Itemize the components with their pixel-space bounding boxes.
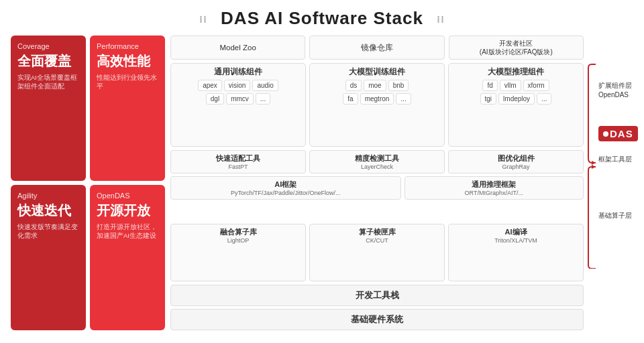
performance-subtitle: Performance	[97, 42, 158, 50]
top-bar: Model Zoo 镜像仓库 开发者社区(AI版块讨论区/FAQ版块)	[170, 36, 584, 60]
card-row-top: Coverage 全面覆盖 实现AI全场景覆盖框架组件全面适配 Performa…	[11, 36, 165, 181]
top-bar-community: 开发者社区(AI版块讨论区/FAQ版块)	[449, 36, 584, 60]
tag-ds: ds	[345, 80, 362, 91]
comp-group-large-train: 大模型训练组件 ds moe bnb fa megtron ...	[309, 63, 445, 147]
comp-tags-row2-large-infer: tgi lmdeploy ...	[453, 93, 579, 105]
top-bar-mirror: 镜像仓库	[309, 36, 444, 60]
framework-row1: 快速适配工具 FastPT 精度检测工具 LayerCheck 图优化组件 Gr…	[170, 150, 584, 174]
bottom-bar-devtools: 开发工具栈	[170, 285, 584, 306]
tag-dots2: ...	[396, 93, 411, 105]
labels-column: 扩展组件层 OpenDAS 框架工具层 基础算子层 DAS	[586, 36, 633, 330]
tag-tgi: tgi	[480, 93, 497, 105]
framework-fastpt: 快速适配工具 FastPT	[170, 150, 306, 174]
tag-megtron: megtron	[360, 93, 394, 105]
tag-mmcv: mmcv	[226, 93, 254, 105]
coverage-desc: 实现AI全场景覆盖框架组件全面适配	[17, 73, 79, 91]
card-opendas: OpenDAS 开源开放 打造开源开放社区，加速国产AI生态建设	[90, 185, 165, 330]
card-agility: Agility 快速迭代 快速发版节奏满足变化需求	[11, 185, 86, 330]
tag-apex: apex	[198, 80, 222, 91]
compute-ckcut: 算子棱匣库 CK/CUT	[309, 224, 445, 281]
card-performance: Performance 高效性能 性能达到行业领先水平	[90, 36, 165, 181]
framework-layer: 快速适配工具 FastPT 精度检测工具 LayerCheck 图优化组件 Gr…	[170, 150, 584, 220]
agility-desc: 快速发版节奏满足变化需求	[17, 222, 79, 241]
tag-moe: moe	[364, 80, 386, 91]
svg-marker-1	[592, 165, 596, 169]
framework-row2: AI框架 PyTorch/TF/Jax/Paddle/Jittor/OneFlo…	[170, 176, 584, 200]
framework-layercheck: 精度检测工具 LayerCheck	[309, 150, 445, 174]
tag-vllm: vllm	[500, 80, 521, 91]
main-layout: Coverage 全面覆盖 实现AI全场景覆盖框架组件全面适配 Performa…	[11, 36, 633, 330]
tag-fa: fa	[343, 93, 358, 105]
opendas-title-zh: 开源开放	[97, 202, 158, 218]
tag-lmdeploy: lmdeploy	[498, 93, 535, 105]
left-cards: Coverage 全面覆盖 实现AI全场景覆盖框架组件全面适配 Performa…	[11, 36, 165, 330]
label-compute-layer: 基础算子层	[598, 211, 632, 220]
bottom-bar-hardware: 基础硬件系统	[170, 309, 584, 330]
right-area: Model Zoo 镜像仓库 开发者社区(AI版块讨论区/FAQ版块) 通用训练…	[170, 36, 633, 330]
performance-title-zh: 高效性能	[97, 53, 158, 69]
performance-desc: 性能达到行业领先水平	[97, 73, 158, 91]
bottom-bars: 开发工具栈 基础硬件系统	[170, 285, 584, 330]
tag-xform: xform	[523, 80, 549, 91]
title-dots-left: ⁞⁞	[199, 14, 207, 25]
components-layer: 通用训练组件 apex vision audio dgl mmcv ...	[170, 63, 584, 147]
framework-ai: AI框架 PyTorch/TF/Jax/Paddle/Jittor/OneFlo…	[170, 176, 401, 200]
card-row-bottom: Agility 快速迭代 快速发版节奏满足变化需求 OpenDAS 开源开放 打…	[11, 185, 165, 330]
comp-tags-row2-general: dgl mmcv ...	[175, 93, 301, 105]
tag-bnb: bnb	[388, 80, 409, 91]
stack-content: Model Zoo 镜像仓库 开发者社区(AI版块讨论区/FAQ版块) 通用训练…	[170, 36, 584, 330]
svg-marker-0	[592, 161, 596, 165]
opendas-desc: 打造开源开放社区，加速国产AI生态建设	[97, 222, 158, 241]
compute-layer: 融合算子库 LightOP 算子棱匣库 CK/CUT AI编译 Triton/X…	[170, 224, 584, 281]
comp-tags-row2-large-train: fa megtron ...	[314, 93, 440, 105]
compute-ai-compile: AI编译 Triton/XLA/TVM	[448, 224, 584, 281]
agility-title-zh: 快速迭代	[17, 202, 79, 218]
tag-dgl: dgl	[206, 93, 224, 105]
page: ⁞⁞ DAS AI Software Stack ⁞⁞ Coverage 全面覆…	[0, 0, 644, 343]
coverage-subtitle: Coverage	[17, 42, 79, 50]
comp-tags-row1-large-train: ds moe bnb	[314, 80, 440, 91]
label-components-layer: 扩展组件层 OpenDAS	[598, 81, 632, 100]
agility-subtitle: Agility	[17, 192, 79, 200]
comp-tags-row1-general: apex vision audio	[175, 80, 301, 91]
compute-lightop: 融合算子库 LightOP	[170, 224, 306, 281]
page-title: ⁞⁞ DAS AI Software Stack ⁞⁞	[11, 8, 633, 29]
label-framework-layer: 框架工具层	[598, 155, 632, 164]
tag-dots1: ...	[256, 93, 270, 105]
tag-audio: audio	[252, 80, 278, 91]
title-dots-right: ⁞⁞	[437, 14, 445, 25]
framework-graphray: 图优化组件 GraphRay	[448, 150, 584, 174]
das-logo: DAS	[598, 126, 638, 141]
tag-dots3: ...	[537, 93, 551, 105]
das-logo-text: DAS	[610, 128, 633, 139]
comp-group-large-infer: 大模型推理组件 fd vllm xform tgi lmdeploy ...	[448, 63, 584, 147]
comp-group-general-train: 通用训练组件 apex vision audio dgl mmcv ...	[170, 63, 306, 147]
comp-tags-row1-large-infer: fd vllm xform	[453, 80, 579, 91]
opendas-subtitle: OpenDAS	[97, 192, 158, 200]
coverage-title-zh: 全面覆盖	[17, 53, 79, 69]
top-bar-model-zoo: Model Zoo	[170, 36, 305, 60]
tag-vision: vision	[224, 80, 251, 91]
framework-infer: 通用推理框架 ORT/MIGraphx/AIT/...	[405, 176, 584, 200]
das-logo-dot	[603, 131, 608, 137]
card-coverage: Coverage 全面覆盖 实现AI全场景覆盖框架组件全面适配	[11, 36, 86, 181]
tag-fd: fd	[482, 80, 497, 91]
